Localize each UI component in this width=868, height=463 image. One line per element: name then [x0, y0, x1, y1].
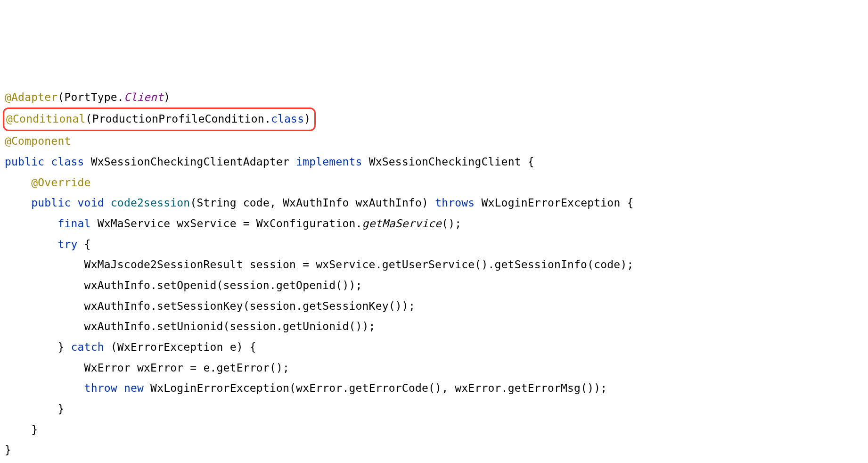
- code-text: WxError wxError = e.getError();: [84, 362, 289, 374]
- condition-class: ProductionProfileCondition.: [92, 113, 271, 125]
- code-line-15: throw new WxLoginErrorException(wxError.…: [5, 382, 607, 394]
- code-line-6: public void code2session(String code, Wx…: [5, 197, 634, 209]
- code-line-11: wxAuthInfo.setSessionKey(session.getSess…: [5, 300, 415, 312]
- code-line-14: WxError wxError = e.getError();: [5, 362, 289, 374]
- paren-close: ): [164, 91, 170, 103]
- code-text: WxMaService wxService = WxConfiguration.: [98, 217, 362, 230]
- code-text: WxMaJscode2SessionResult session = wxSer…: [84, 258, 634, 271]
- void-keyword: void: [78, 197, 111, 209]
- brace: }: [5, 444, 11, 456]
- code-line-4: public class WxSessionCheckingClientAdap…: [5, 156, 534, 168]
- indent: [5, 258, 84, 271]
- brace: }: [57, 341, 71, 353]
- final-keyword: final: [57, 217, 97, 230]
- code-line-7: final WxMaService wxService = WxConfigur…: [5, 217, 461, 230]
- annotation-at: @: [5, 91, 11, 103]
- annotation-adapter: Adapter: [11, 91, 57, 103]
- code-line-2-highlighted: @Conditional(ProductionProfileCondition.…: [3, 107, 316, 131]
- code-line-16: }: [5, 403, 64, 415]
- brace: }: [31, 423, 38, 436]
- code-text: wxAuthInfo.setSessionKey(session.getSess…: [84, 300, 415, 312]
- implements-keyword: implements: [296, 156, 369, 168]
- code-text: wxAuthInfo.setOpenid(session.getOpenid()…: [84, 279, 362, 291]
- indent: [5, 320, 84, 332]
- paren-open: (: [86, 113, 92, 125]
- code-line-12: wxAuthInfo.setUnionid(session.getUnionid…: [5, 320, 376, 332]
- porttype-text: PortType.: [64, 91, 123, 103]
- indent: [5, 279, 84, 291]
- indent: [5, 238, 57, 250]
- indent: [5, 217, 57, 230]
- code-text: wxAuthInfo.setUnionid(session.getUnionid…: [84, 320, 376, 332]
- brace: {: [84, 238, 91, 250]
- code-line-9: WxMaJscode2SessionResult session = wxSer…: [5, 258, 634, 271]
- annotation-override: Override: [38, 176, 90, 189]
- class-keyword: class: [51, 156, 90, 168]
- catch-keyword: catch: [71, 341, 111, 353]
- indent: [5, 197, 31, 209]
- code-line-8: try {: [5, 238, 91, 250]
- code-text: ();: [442, 217, 461, 230]
- indent: [5, 341, 57, 353]
- code-line-3: @Component: [5, 135, 71, 147]
- indent: [5, 362, 84, 374]
- method-name: code2session: [111, 197, 190, 209]
- code-line-13: } catch (WxErrorException e) {: [5, 341, 256, 353]
- code-line-18: }: [5, 444, 11, 456]
- interface-name: WxSessionCheckingClient {: [369, 156, 534, 168]
- code-block: @Adapter(PortType.Client) @Conditional(P…: [5, 87, 863, 461]
- annotation-component: Component: [11, 135, 71, 147]
- public-keyword: public: [31, 197, 77, 209]
- catch-params: (WxErrorException e) {: [111, 341, 256, 353]
- class-keyword: class: [271, 113, 304, 125]
- new-keyword: new: [124, 382, 150, 394]
- throws-keyword: throws: [435, 197, 481, 209]
- client-enum: Client: [124, 91, 164, 103]
- try-keyword: try: [57, 238, 84, 250]
- indent: [5, 300, 84, 312]
- method-params: (String code, WxAuthInfo wxAuthInfo): [190, 197, 435, 209]
- static-method: getMaService: [362, 217, 442, 230]
- class-name: WxSessionCheckingClientAdapter: [91, 156, 296, 168]
- annotation-at: @: [6, 113, 13, 125]
- code-line-5: @Override: [5, 176, 91, 189]
- throw-keyword: throw: [84, 382, 124, 394]
- public-keyword: public: [5, 156, 51, 168]
- indent: [5, 423, 31, 436]
- code-line-17: }: [5, 423, 38, 436]
- brace: }: [57, 403, 64, 415]
- indent: [5, 382, 84, 394]
- code-line-10: wxAuthInfo.setOpenid(session.getOpenid()…: [5, 279, 362, 291]
- indent: [5, 176, 31, 189]
- paren-open: (: [57, 91, 64, 103]
- code-text: WxLoginErrorException(wxError.getErrorCo…: [150, 382, 607, 394]
- indent: [5, 403, 57, 415]
- exception-name: WxLoginErrorException {: [481, 197, 633, 209]
- annotation-at: @: [31, 176, 38, 189]
- annotation-at: @: [5, 135, 11, 147]
- annotation-conditional: Conditional: [13, 113, 86, 125]
- paren-close: ): [304, 113, 311, 125]
- code-line-1: @Adapter(PortType.Client): [5, 91, 170, 103]
